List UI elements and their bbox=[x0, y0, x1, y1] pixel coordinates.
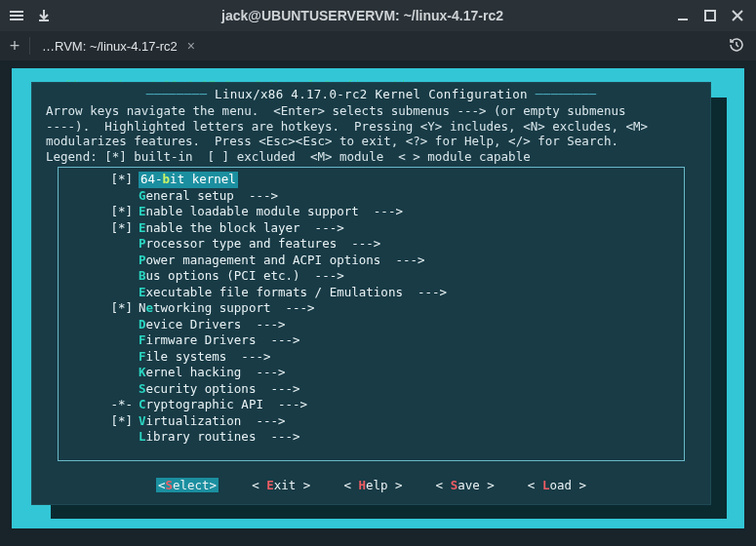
new-tab-button[interactable]: + bbox=[0, 36, 29, 57]
hamburger-icon[interactable] bbox=[10, 9, 23, 22]
hotkey-char: F bbox=[139, 332, 146, 347]
hotkey-char: E bbox=[139, 220, 146, 235]
menu-label: General setup ---> bbox=[139, 188, 278, 205]
nav-button-xit[interactable]: < Exit > bbox=[252, 478, 310, 492]
menu-item[interactable]: Device Drivers ---> bbox=[59, 317, 684, 333]
menu-indicator: [*] bbox=[94, 220, 139, 237]
menu-item[interactable]: File systems ---> bbox=[59, 349, 684, 366]
menu-indicator bbox=[94, 429, 139, 446]
menu-label: Kernel hacking ---> bbox=[139, 365, 286, 381]
hotkey-char: G bbox=[139, 188, 146, 203]
menu-label: File systems ---> bbox=[139, 349, 270, 366]
menu-indicator bbox=[94, 349, 139, 366]
tabbar: + …RVM: ~/linux-4.17-rc2 × bbox=[0, 31, 756, 60]
menu-label: Networking support ---> bbox=[139, 300, 315, 317]
svg-rect-0 bbox=[10, 11, 23, 13]
hotkey-char: V bbox=[139, 413, 146, 428]
window-title: jack@UBUNTUSERVERVM: ~/linux-4.17-rc2 bbox=[60, 8, 664, 23]
hotkey-char: E bbox=[139, 204, 146, 218]
hotkey-char: S bbox=[139, 381, 146, 396]
menu-item[interactable]: Security options ---> bbox=[59, 381, 684, 398]
hotkey-char: E bbox=[139, 285, 146, 299]
dialog-title-row: ──────── Linux/x86 4.17.0-rc2 Kernel Con… bbox=[32, 83, 710, 101]
menu-item[interactable]: Library routines ---> bbox=[59, 429, 684, 446]
menu-label: Processor type and features ---> bbox=[139, 236, 380, 253]
hotkey-char: D bbox=[139, 317, 146, 332]
menu-indicator: [*] bbox=[94, 172, 139, 188]
menu-item[interactable]: Bus options (PCI etc.) ---> bbox=[59, 268, 684, 285]
hotkey-char: C bbox=[139, 397, 146, 411]
tab-close-icon[interactable]: × bbox=[187, 38, 195, 54]
menu-indicator bbox=[94, 332, 139, 349]
hotkey-char: P bbox=[139, 236, 146, 251]
nav-button-ave[interactable]: < Save > bbox=[436, 478, 495, 492]
menu-item[interactable]: [*]Networking support ---> bbox=[59, 300, 684, 317]
menu-item[interactable]: Power management and ACPI options ---> bbox=[59, 253, 684, 269]
menu-label: Executable file formats / Emulations ---… bbox=[139, 285, 447, 301]
menu-label: Power management and ACPI options ---> bbox=[139, 253, 425, 269]
menu-indicator: -*- bbox=[94, 397, 139, 413]
terminal-viewport: .config - Linux/x86 4.17.0-rc2 Kernel Co… bbox=[0, 60, 756, 546]
menu-indicator: [*] bbox=[94, 204, 139, 220]
menu-item[interactable]: Processor type and features ---> bbox=[59, 236, 684, 253]
svg-rect-1 bbox=[10, 15, 23, 17]
menu-label: Virtualization ---> bbox=[139, 413, 286, 430]
hotkey-char: e bbox=[146, 300, 154, 315]
menu-label: 64-bit kernel bbox=[139, 172, 238, 188]
menu-item[interactable]: [*]Virtualization ---> bbox=[59, 413, 684, 430]
menu-label: Bus options (PCI etc.) ---> bbox=[139, 268, 344, 285]
nav-button-elect[interactable]: <Select> bbox=[156, 478, 219, 492]
menu-item[interactable]: [*]Enable loadable module support ---> bbox=[59, 204, 684, 220]
hotkey-char: K bbox=[139, 365, 146, 379]
titlebar: jack@UBUNTUSERVERVM: ~/linux-4.17-rc2 bbox=[0, 0, 756, 31]
menu-label: Firmware Drivers ---> bbox=[139, 332, 300, 349]
hotkey-char: B bbox=[139, 268, 146, 283]
menu-item[interactable]: Kernel hacking ---> bbox=[59, 365, 684, 381]
terminal-bg: .config - Linux/x86 4.17.0-rc2 Kernel Co… bbox=[12, 68, 744, 528]
svg-rect-3 bbox=[705, 11, 715, 20]
menu-indicator bbox=[94, 236, 139, 253]
menu-listbox[interactable]: [*]64-bit kernelGeneral setup --->[*]Ena… bbox=[58, 167, 685, 461]
menu-label: Enable loadable module support ---> bbox=[139, 204, 403, 220]
menu-label: Library routines ---> bbox=[139, 429, 300, 446]
tab-label: …RVM: ~/linux-4.17-rc2 bbox=[42, 39, 178, 54]
menu-indicator bbox=[94, 365, 139, 381]
menu-label: Security options ---> bbox=[139, 381, 300, 398]
hotkey-char: b bbox=[163, 172, 171, 186]
menu-item[interactable]: [*]Enable the block layer ---> bbox=[59, 220, 684, 237]
hotkey-char: L bbox=[139, 429, 146, 444]
menu-item[interactable]: Executable file formats / Emulations ---… bbox=[59, 285, 684, 301]
close-icon[interactable] bbox=[731, 9, 744, 22]
dialog-title: Linux/x86 4.17.0-rc2 Kernel Configuratio… bbox=[215, 87, 528, 101]
maximize-icon[interactable] bbox=[703, 9, 717, 22]
minimize-icon[interactable] bbox=[676, 9, 690, 22]
menuconfig-dialog: ──────── Linux/x86 4.17.0-rc2 Kernel Con… bbox=[31, 82, 711, 505]
tab-terminal[interactable]: …RVM: ~/linux-4.17-rc2 × bbox=[30, 31, 207, 60]
hotkey-char: F bbox=[139, 349, 146, 364]
download-icon[interactable] bbox=[37, 9, 51, 22]
nav-button-elp[interactable]: < Help > bbox=[343, 478, 402, 492]
menu-label: Enable the block layer ---> bbox=[139, 220, 344, 237]
button-row: <Select>< Exit >< Help >< Save >< Load > bbox=[61, 474, 681, 492]
hotkey-char: P bbox=[139, 253, 146, 267]
history-icon[interactable] bbox=[717, 37, 756, 56]
menu-label: Device Drivers ---> bbox=[139, 317, 286, 333]
menu-indicator bbox=[94, 253, 139, 269]
menu-indicator bbox=[94, 381, 139, 398]
menu-indicator bbox=[94, 268, 139, 285]
menu-indicator: [*] bbox=[94, 413, 139, 430]
menu-indicator bbox=[94, 317, 139, 333]
menu-item[interactable]: [*]64-bit kernel bbox=[59, 172, 684, 188]
svg-rect-2 bbox=[10, 19, 23, 20]
nav-button-oad[interactable]: < Load > bbox=[528, 478, 586, 492]
menu-indicator bbox=[94, 285, 139, 301]
menu-item[interactable]: -*-Cryptographic API ---> bbox=[59, 397, 684, 413]
menu-indicator: [*] bbox=[94, 300, 139, 317]
menu-label: Cryptographic API ---> bbox=[139, 397, 307, 413]
menu-indicator bbox=[94, 188, 139, 205]
dialog-help-text: Arrow keys navigate the menu. <Enter> se… bbox=[32, 101, 710, 165]
menu-item[interactable]: Firmware Drivers ---> bbox=[59, 332, 684, 349]
menu-item[interactable]: General setup ---> bbox=[59, 188, 684, 205]
